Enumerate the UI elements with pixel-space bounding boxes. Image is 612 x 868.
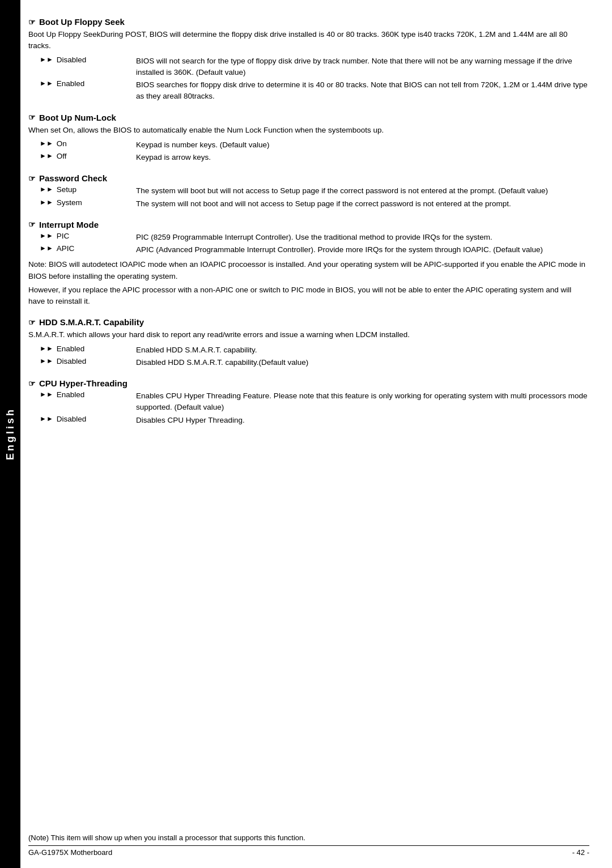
section-icon-4: ☞ (28, 220, 36, 229)
item-row-off: ►► Off Keypad is arrow keys. (40, 152, 589, 163)
item-value-apic: APIC (Advanced Programmable Interrupt Co… (136, 244, 589, 256)
interrupt-note-1: Note: BIOS will autodetect IOAPIC mode w… (28, 259, 589, 282)
item-key-off: ►► Off (40, 152, 136, 163)
item-row-setup: ►► Setup The system will boot but will n… (40, 185, 589, 197)
item-row-disabled-smart: ►► Disabled Disabled HDD S.M.A.R.T. capa… (40, 357, 589, 368)
arrow-icon: ►► (40, 357, 53, 365)
item-key-disabled-cpu: ►► Disabled (40, 415, 136, 426)
section-boot-up-num-lock: ☞ Boot Up Num-Lock When set On, allows t… (28, 113, 589, 164)
section-desc-hdd-smart: S.M.A.R.T. which allows your hard disk t… (28, 329, 589, 341)
section-title-interrupt-mode: ☞ Interrupt Mode (28, 220, 589, 229)
item-row-apic: ►► APIC APIC (Advanced Programmable Inte… (40, 244, 589, 256)
section-title-hdd-smart: ☞ HDD S.M.A.R.T. Capability (28, 317, 589, 327)
item-row-system: ►► System The system will not boot and w… (40, 198, 589, 210)
item-value-disabled-smart: Disabled HDD S.M.A.R.T. capability.(Defa… (136, 357, 589, 368)
footer-right: - 42 - (572, 848, 589, 857)
arrow-icon: ►► (40, 185, 53, 193)
arrow-icon: ►► (40, 139, 53, 147)
arrow-icon: ►► (40, 198, 53, 206)
arrow-icon: ►► (40, 415, 53, 423)
section-hdd-smart: ☞ HDD S.M.A.R.T. Capability S.M.A.R.T. w… (28, 317, 589, 368)
item-key-apic: ►► APIC (40, 244, 136, 256)
item-row-enabled-cpu: ►► Enabled Enables CPU Hyper Threading F… (40, 390, 589, 414)
item-row-disabled-cpu: ►► Disabled Disables CPU Hyper Threading… (40, 415, 589, 426)
footer-left: GA-G1975X Motherboard (28, 848, 112, 857)
item-key-enabled-smart: ►► Enabled (40, 344, 136, 356)
item-value-enabled-floppy: BIOS searches for floppy disk drive to d… (136, 79, 589, 103)
section-desc-boot-up-floppy-seek: Boot Up Floppy SeekDuring POST, BIOS wil… (28, 29, 589, 52)
item-row-enabled-smart: ►► Enabled Enabled HDD S.M.A.R.T. capabi… (40, 344, 589, 356)
item-value-disabled-cpu: Disables CPU Hyper Threading. (136, 415, 589, 426)
item-key-enabled-cpu: ►► Enabled (40, 390, 136, 414)
section-interrupt-mode: ☞ Interrupt Mode ►► PIC PIC (8259 Progra… (28, 220, 589, 308)
section-icon-6: ☞ (28, 379, 36, 388)
section-title-cpu-hyper-threading: ☞ CPU Hyper-Threading (28, 378, 589, 388)
item-value-system: The system will not boot and will not ac… (136, 198, 589, 210)
item-value-off: Keypad is arrow keys. (136, 152, 589, 163)
section-title-password-check: ☞ Password Check (28, 173, 589, 183)
item-row-disabled-floppy: ►► Disabled BIOS will not search for the… (40, 56, 589, 79)
section-icon-1: ☞ (28, 18, 36, 27)
interrupt-note-2: However, if you replace the APIC process… (28, 284, 589, 308)
arrow-icon: ►► (40, 79, 53, 87)
item-value-pic: PIC (8259 Programmable Interrupt Control… (136, 232, 589, 243)
item-key-system: ►► System (40, 198, 136, 210)
section-icon-2: ☞ (28, 113, 36, 122)
item-value-enabled-cpu: Enables CPU Hyper Threading Feature. Ple… (136, 390, 589, 414)
item-key-setup: ►► Setup (40, 185, 136, 197)
side-tab-label: English (5, 407, 16, 460)
section-cpu-hyper-threading: ☞ CPU Hyper-Threading ►► Enabled Enables… (28, 378, 589, 426)
section-title-boot-up-floppy-seek: ☞ Boot Up Floppy Seek (28, 17, 589, 27)
arrow-icon: ►► (40, 390, 53, 398)
arrow-icon: ►► (40, 244, 53, 252)
item-key-pic: ►► PIC (40, 232, 136, 243)
item-value-setup: The system will boot but will not access… (136, 185, 589, 197)
item-value-on: Keypad is number keys. (Default value) (136, 139, 589, 151)
arrow-icon: ►► (40, 344, 53, 352)
section-icon-5: ☞ (28, 318, 36, 327)
item-row-pic: ►► PIC PIC (8259 Programmable Interrupt … (40, 232, 589, 243)
arrow-icon: ►► (40, 152, 53, 160)
item-key-disabled-smart: ►► Disabled (40, 357, 136, 368)
footer-bottom: GA-G1975X Motherboard - 42 - (28, 848, 589, 857)
item-key-enabled-floppy: ►► Enabled (40, 79, 136, 103)
footer-line (28, 845, 589, 846)
footer: (Note) This item will show up when you i… (28, 833, 589, 857)
item-row-on: ►► On Keypad is number keys. (Default va… (40, 139, 589, 151)
item-key-disabled-floppy: ►► Disabled (40, 56, 136, 79)
main-content: ☞ Boot Up Floppy Seek Boot Up Floppy See… (28, 17, 589, 470)
footer-note: (Note) This item will show up when you i… (28, 833, 589, 842)
section-password-check: ☞ Password Check ►► Setup The system wil… (28, 173, 589, 210)
section-title-boot-up-num-lock: ☞ Boot Up Num-Lock (28, 113, 589, 122)
arrow-icon: ►► (40, 56, 53, 63)
section-desc-num-lock: When set On, allows the BIOS to automati… (28, 125, 589, 136)
section-boot-up-floppy-seek: ☞ Boot Up Floppy Seek Boot Up Floppy See… (28, 17, 589, 103)
section-icon-3: ☞ (28, 174, 36, 183)
arrow-icon: ►► (40, 232, 53, 240)
item-value-disabled-floppy: BIOS will not search for the type of flo… (136, 56, 589, 79)
side-tab: English (0, 0, 20, 868)
item-value-enabled-smart: Enabled HDD S.M.A.R.T. capability. (136, 344, 589, 356)
item-row-enabled-floppy: ►► Enabled BIOS searches for floppy disk… (40, 79, 589, 103)
item-key-on: ►► On (40, 139, 136, 151)
